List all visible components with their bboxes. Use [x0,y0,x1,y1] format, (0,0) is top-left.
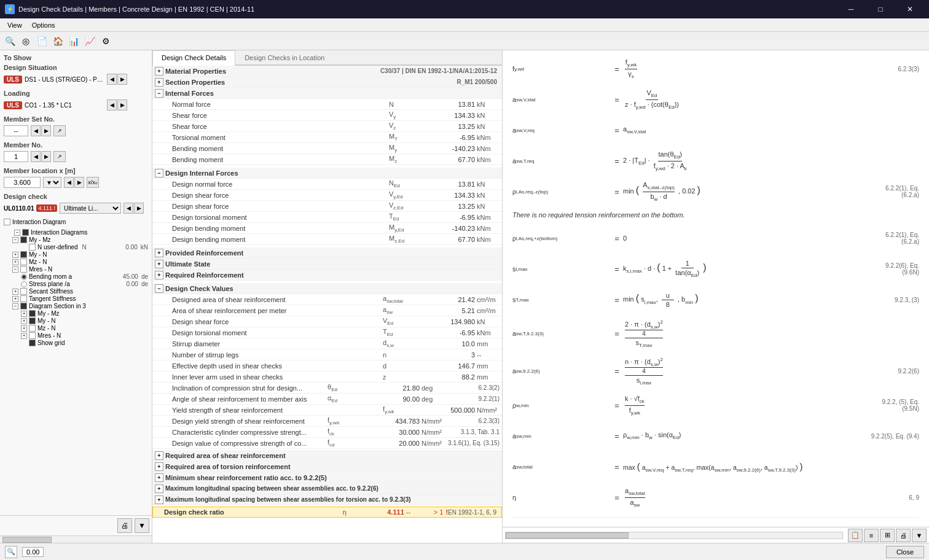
location-input[interactable] [4,177,41,188]
close-button[interactable]: Close [886,546,924,558]
toolbar-btn-1[interactable]: 🔍 [2,34,17,49]
minimize-button[interactable]: ─ [837,0,865,18]
dcv-d: Effective depth used in shear checks d 1… [152,360,502,371]
close-window-button[interactable]: ✕ [896,0,924,18]
d-my-mz-cb[interactable] [29,310,36,317]
location-prev-btn[interactable]: ◀ [64,177,74,188]
secant-collapse[interactable]: + [12,289,18,295]
search-button[interactable]: 🔍 [5,546,17,558]
mz-n-checkbox[interactable] [20,259,27,265]
toolbar-btn-7[interactable]: ⚙ [98,34,113,49]
member-action-btn[interactable]: ↗ [53,151,66,162]
internal-expand[interactable]: − [155,89,163,98]
section-right: R_M1 200/500 [457,79,500,85]
ds-prev-btn[interactable]: ◀ [107,74,117,85]
section-expand[interactable]: + [155,78,163,87]
max-long2-expand[interactable]: + [155,496,163,504]
uls-badge: ULS [4,76,22,84]
ultimate-expand[interactable]: + [155,260,163,268]
location-next-btn[interactable]: ▶ [74,177,84,188]
interaction-diagram-checkbox[interactable] [4,219,10,225]
menu-options[interactable]: Options [27,20,60,30]
show-grid-cb[interactable] [29,340,36,346]
d-mz-n-cb[interactable] [29,325,36,332]
dcv-expand[interactable]: − [155,284,163,293]
formula-btn-3[interactable]: ⊞ [880,529,895,542]
member-next-btn[interactable]: ▶ [41,151,51,162]
min-shear-expand[interactable]: + [155,473,163,482]
print-btn[interactable]: 🖨 [117,518,132,533]
d-my-n-collapse[interactable]: + [21,318,27,324]
menu-view[interactable]: View [2,20,27,30]
my-mz-checkbox[interactable] [20,236,27,243]
diagram-checkbox[interactable] [20,303,27,309]
dc-next-btn[interactable]: ▶ [134,203,144,214]
formula-slmax: sl,max = ks,l,max · d · ( 1 + 1 tan(αEd)… [512,258,919,280]
provided-expand[interactable]: + [155,249,163,257]
loading-prev-btn[interactable]: ◀ [107,99,117,111]
formula-btn-2[interactable]: ≡ [864,529,879,542]
int-diagrams-checkbox[interactable] [22,229,29,236]
member-set-input[interactable] [4,125,28,136]
right-hscroll[interactable] [505,532,843,539]
mres-n-checkbox[interactable] [20,266,27,273]
loading-next-btn[interactable]: ▶ [117,99,127,111]
req-shear-expand[interactable]: + [155,451,163,460]
title-bar: ⚡ Design Check Details | Members | Concr… [0,0,929,18]
req-torsion-expand[interactable]: + [155,462,163,471]
mz-n-collapse[interactable]: + [12,259,18,265]
toolbar-btn-5[interactable]: 📊 [66,34,81,49]
d-my-n-cb[interactable] [29,317,36,324]
formula-btn-1[interactable]: 📋 [848,529,863,542]
dcv-ved: Design shear force VEd 134.980 kN [152,316,502,327]
to-show-label: To Show [4,54,148,61]
toolbar-btn-3[interactable]: 📄 [34,34,49,49]
member-set-prev-btn[interactable]: ◀ [31,125,41,136]
toolbar-btn-6[interactable]: 📈 [82,34,97,49]
dc-prev-btn[interactable]: ◀ [123,203,133,214]
tab-details[interactable]: Design Check Details [152,50,235,66]
my-n-checkbox[interactable] [20,251,27,258]
d-mres-n-cb[interactable] [29,332,36,339]
stress-radio[interactable] [21,281,27,287]
settings-btn[interactable]: ▼ [135,518,149,533]
design-internal-expand[interactable]: − [155,169,163,177]
middle-panel: Design Check Details Design Checks in Lo… [152,50,503,543]
member-set-action-btn[interactable]: ↗ [53,125,66,136]
location-combo[interactable]: ▼ [43,177,61,188]
mres-n-collapse[interactable]: − [12,266,18,273]
secant-checkbox[interactable] [20,288,27,295]
left-hscroll[interactable] [0,535,152,543]
location-action-btn[interactable]: x/x₀ [87,177,99,188]
formula-btn-5[interactable]: ▼ [912,529,927,542]
member-input[interactable] [4,151,28,162]
member-prev-btn[interactable]: ◀ [31,151,41,162]
max-long1-expand[interactable]: + [155,484,163,493]
d-mz-n-collapse[interactable]: + [21,325,27,332]
di-shear-vy: Design shear force Vy,Ed 134.33 kN [152,190,502,201]
member-set-next-btn[interactable]: ▶ [41,125,51,136]
tab-location[interactable]: Design Checks in Location [235,50,334,64]
ds-next-btn[interactable]: ▶ [117,74,127,85]
my-n-collapse[interactable]: + [12,252,18,258]
int-diagrams-collapse[interactable]: − [14,230,20,236]
design-check-combo[interactable]: Ultimate Li... [60,203,121,214]
tangent-checkbox[interactable] [20,295,27,302]
my-mz-collapse[interactable]: − [12,237,18,243]
req-shear-header: + Required area of shear reinforcement [152,450,502,461]
tangent-collapse[interactable]: + [12,296,18,302]
maximize-button[interactable]: □ [866,0,895,18]
bending-radio[interactable] [21,274,27,280]
n-user-checkbox[interactable] [29,244,36,251]
material-expand[interactable]: + [155,67,163,76]
required-expand[interactable]: + [155,271,163,279]
right-panel: fy,wd = fy,wk γs 6.2.3(3) asw,V,stat = V… [503,50,929,543]
d-mres-n-collapse[interactable]: + [21,333,27,339]
design-check-section-label: Design check [4,193,148,200]
toolbar-btn-4[interactable]: 🏠 [50,34,65,49]
diagram-collapse[interactable]: − [12,303,18,309]
provided-header: + Provided Reinforcement [152,247,502,259]
d-my-mz-collapse[interactable]: + [21,311,27,317]
toolbar-btn-2[interactable]: ◎ [18,34,33,49]
formula-btn-4[interactable]: 🖨 [896,529,911,542]
